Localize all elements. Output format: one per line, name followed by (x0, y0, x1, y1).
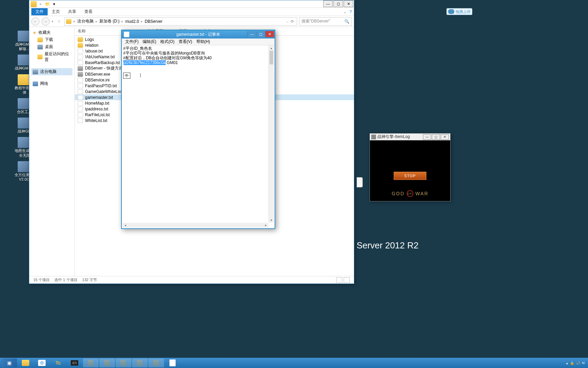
close-button[interactable]: ✕ (265, 31, 274, 37)
new-folder-icon[interactable]: 📁 (44, 1, 50, 7)
ribbon-expand-icon[interactable]: ⌄ (343, 10, 347, 14)
notepad-window: gamemaster.txt - 记事本 — ◻ ✕ 文件(F) 编辑(E) 格… (121, 30, 275, 229)
taskbar-dragon-app[interactable]: 龍 (148, 358, 164, 367)
view-details-icon[interactable] (336, 277, 342, 283)
sidebar-network[interactable]: 网络 (31, 80, 72, 87)
itemlog-titlebar[interactable]: 战神引擎-ItemLog — ◻ ✕ (370, 134, 450, 140)
tray-icon[interactable]: 🔒 (570, 361, 574, 365)
scroll-right-icon[interactable]: ▸ (263, 223, 268, 228)
view-tiles-icon[interactable] (344, 277, 350, 283)
status-count: 15 个项目 (33, 277, 50, 282)
notepad-titlebar[interactable]: gamemaster.txt - 记事本 — ◻ ✕ (122, 30, 275, 39)
ribbon-tab-home[interactable]: 主页 (48, 8, 64, 15)
menu-view[interactable]: 查看(V) (177, 39, 194, 45)
sidebar: ★收藏夹 下载 桌面 最近访问的位置 这台电脑 网络 (29, 27, 75, 276)
ribbon-tab-file[interactable]: 文件 (31, 8, 48, 15)
sidebar-recent[interactable]: 最近访问的位置 (31, 50, 72, 63)
taskbar-dragon-app[interactable]: 龍 (116, 358, 131, 367)
breadcrumb-item[interactable]: 这台电脑 (76, 18, 95, 24)
nav-back-button[interactable]: ← (31, 17, 39, 26)
menu-file[interactable]: 文件(F) (123, 39, 141, 45)
breadcrumb-item[interactable]: mud2.0 (124, 19, 140, 24)
file-name: HomeMap.txt (85, 101, 109, 106)
dropdown-icon[interactable]: ▾ (51, 1, 57, 7)
file-name: relation (85, 43, 98, 48)
maximize-button[interactable]: ◻ (333, 0, 343, 7)
breadcrumb[interactable]: ▸ 这台电脑 ▸ 新加卷 (D:) ▸ mud2.0 ▸ DBServer ⌄ … (64, 17, 297, 26)
scrollbar-thumb[interactable] (270, 51, 273, 64)
explorer-titlebar[interactable]: ▫ 📁 ▾ — ◻ ✕ (29, 0, 354, 8)
file-name: RarFileList.lst (85, 112, 110, 117)
maximize-button[interactable]: ◻ (432, 134, 440, 140)
upload-label: 拖拽上传 (456, 9, 471, 14)
sidebar-desktop[interactable]: 桌面 (31, 43, 72, 50)
tray-icon[interactable]: 🔊 (576, 361, 580, 365)
breadcrumb-dropdown[interactable]: ⌄ (286, 20, 289, 23)
server-watermark: Server 2012 R2 (357, 240, 419, 251)
sidebar-favorites[interactable]: ★收藏夹 (31, 29, 72, 36)
close-button[interactable]: ✕ (344, 0, 353, 7)
help-icon[interactable]: ? (349, 10, 352, 14)
notepad-menubar: 文件(F) 编辑(E) 格式(O) 查看(V) 帮助(H) (122, 39, 275, 45)
exe-icon (78, 72, 83, 77)
close-button[interactable]: ✕ (441, 134, 449, 140)
menu-format[interactable]: 格式(O) (158, 39, 176, 45)
taskbar-app[interactable]: ⚙ (34, 358, 50, 367)
nav-history-dropdown[interactable]: ▾ (52, 20, 53, 23)
horizontal-scrollbar[interactable]: ◂ ▸ (122, 223, 268, 228)
nav-bar: ← → ▾ ↑ ▸ 这台电脑 ▸ 新加卷 (D:) ▸ mud2.0 ▸ DBS… (29, 16, 354, 27)
taskbar: ▣ ⚙ Tc C:\ 龍 龍 龍 龍 龍 ▴ 🔒 🔊 M (0, 358, 588, 368)
nav-forward-button[interactable]: → (42, 17, 50, 26)
scroll-down-icon[interactable]: ▾ (269, 217, 274, 223)
notepad-textarea[interactable]: #平台ID_角色名 #平台ID可在中央账号服务器的MongoDB查询 #配置好后… (122, 45, 275, 223)
maximize-button[interactable]: ◻ (256, 31, 265, 37)
taskbar-notepad[interactable] (165, 358, 180, 367)
breadcrumb-sep[interactable]: ▸ (121, 19, 123, 23)
dragon-icon: 龍 (104, 358, 111, 368)
breadcrumb-item[interactable]: 新加卷 (D:) (98, 18, 121, 24)
folder-icon (31, 1, 37, 7)
taskbar-dragon-app[interactable]: 龍 (83, 358, 99, 367)
properties-icon[interactable]: ▫ (37, 1, 44, 7)
txt-icon (78, 49, 83, 53)
breadcrumb-sep[interactable]: ▸ (74, 19, 75, 23)
scroll-up-icon[interactable]: ▴ (269, 45, 274, 51)
scroll-left-icon[interactable]: ◂ (122, 223, 128, 228)
vertical-scrollbar[interactable]: ▴ ▾ (268, 45, 274, 223)
ime-indicator: 中 (123, 73, 130, 79)
tray-lang[interactable]: M (582, 361, 585, 365)
itemlog-body: STOP GOD OF WAR (370, 140, 450, 201)
ribbon-tab-share[interactable]: 共享 (64, 8, 80, 15)
taskbar-dragon-app[interactable]: 龍 (99, 358, 115, 367)
sidebar-computer[interactable]: 这台电脑 (31, 68, 72, 75)
search-input[interactable]: 搜索"DBServer" 🔍 (299, 17, 352, 26)
menu-edit[interactable]: 编辑(E) (141, 39, 158, 45)
taskbar-explorer[interactable] (18, 358, 33, 367)
computer-icon (33, 70, 38, 74)
sidebar-downloads[interactable]: 下载 (31, 36, 72, 43)
minimize-button[interactable]: — (323, 0, 333, 7)
breadcrumb-sep[interactable]: ▸ (96, 19, 97, 23)
minimize-button[interactable]: — (247, 31, 256, 37)
nav-up-button[interactable]: ↑ (55, 18, 62, 25)
slide-handle[interactable] (357, 177, 363, 187)
ribbon-tab-view[interactable]: 查看 (80, 8, 97, 15)
txt-icon (78, 95, 83, 100)
refresh-icon[interactable]: ⟳ (289, 19, 295, 24)
notepad-title: gamemaster.txt - 记事本 (176, 32, 220, 37)
system-tray[interactable]: ▴ 🔒 🔊 M (566, 361, 587, 365)
breadcrumb-item[interactable]: DBServer (143, 19, 164, 24)
taskbar-app[interactable]: Tc (50, 358, 66, 367)
start-button[interactable]: ▣ (1, 358, 17, 367)
menu-help[interactable]: 帮助(H) (194, 39, 212, 45)
upload-widget[interactable]: 拖拽上传 (446, 8, 472, 15)
minimize-button[interactable]: — (423, 134, 431, 140)
file-name: gamemaster.txt (85, 95, 113, 100)
taskbar-cmd[interactable]: C:\ (67, 358, 82, 367)
breadcrumb-sep[interactable]: ▸ (141, 19, 143, 23)
tray-icon[interactable]: ▴ (566, 361, 568, 365)
sidebar-label: 收藏夹 (38, 30, 51, 35)
network-icon (33, 81, 38, 86)
stop-button[interactable]: STOP (394, 172, 426, 180)
taskbar-dragon-app[interactable]: 龍 (132, 358, 148, 367)
